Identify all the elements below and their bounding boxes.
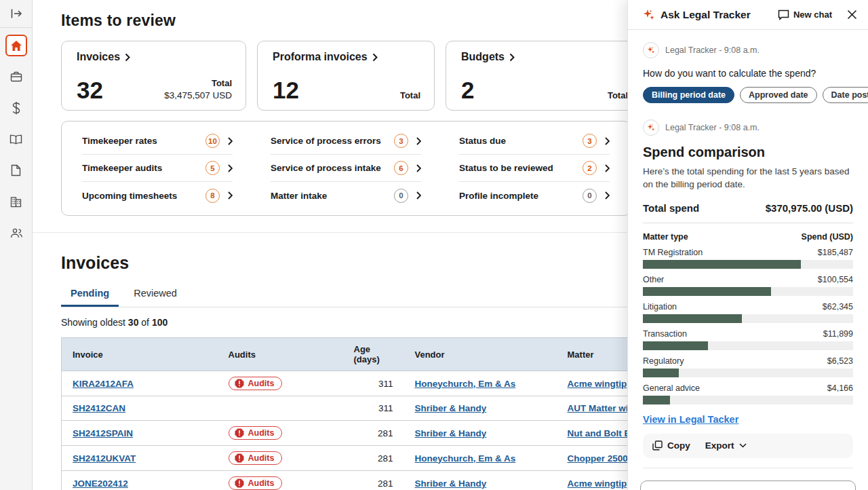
spend-usd-header: Spend (USD) <box>802 232 853 242</box>
invoice-link[interactable]: SH2412CAN <box>73 403 125 413</box>
sidebar-item-people[interactable] <box>5 222 27 244</box>
bar-label: Litigation <box>643 302 677 312</box>
bar-item: Transaction $11,899 <box>643 329 853 350</box>
card-title-label: Invoices <box>77 51 120 63</box>
review-item-sop-errors[interactable]: Service of process errors 3 <box>271 128 421 155</box>
bar-track <box>643 287 853 296</box>
chevron-right-icon <box>372 53 378 62</box>
vendor-link[interactable]: Shriber & Handy <box>415 428 487 438</box>
matter-link[interactable]: Nut and Bolt B <box>568 428 631 438</box>
audits-badge[interactable]: Audits <box>229 451 283 465</box>
sidebar-item-documents[interactable] <box>5 159 27 181</box>
chevron-right-icon <box>416 137 421 145</box>
new-chat-button[interactable]: New chat <box>778 10 832 20</box>
review-item-status-to-be-reviewed[interactable]: Status to be reviewed 2 <box>459 155 610 182</box>
home-icon <box>10 40 22 52</box>
review-item-matter-intake[interactable]: Matter intake 0 <box>271 182 421 209</box>
view-in-legal-tracker-link[interactable]: View in Legal Tacker <box>643 414 738 425</box>
card-total-label: Total <box>400 90 420 102</box>
invoice-link[interactable]: SH2412SPAIN <box>73 428 133 438</box>
chevron-right-icon <box>125 53 130 62</box>
vendor-link[interactable]: Honeychurch, Em & As <box>415 453 516 464</box>
review-items-box: Timekeeper rates 10 Timekeeper audits 5 … <box>61 121 631 216</box>
alert-octagon-icon <box>235 453 244 463</box>
vendor-link[interactable]: Shriber & Handy <box>415 478 487 489</box>
card-total-value: $3,475,507 USD <box>164 90 232 102</box>
pill-billing-period-date[interactable]: Billing period date <box>643 87 734 103</box>
copy-button[interactable]: Copy <box>652 440 690 451</box>
invoice-link[interactable]: JONE202412 <box>73 478 128 489</box>
spend-bar-fill <box>643 314 742 323</box>
matter-link[interactable]: Acme wingtip <box>568 379 627 389</box>
matter-link[interactable]: Acme wingtip <box>568 478 627 489</box>
message-meta: Legal Tracker - 9:08 a.m. <box>643 42 853 58</box>
message-meta: Legal Tracker - 9:08 a.m. <box>643 119 853 136</box>
chevron-right-icon <box>605 164 610 172</box>
card-proforma-invoices[interactable]: Proforma invoices 12 Total <box>257 41 435 111</box>
bar-track <box>643 369 853 377</box>
review-item-timekeeper-rates[interactable]: Timekeeper rates 10 <box>82 128 233 155</box>
panel-divider <box>643 468 853 468</box>
count-badge: 0 <box>583 189 597 203</box>
document-icon <box>11 164 21 176</box>
vendor-link[interactable]: Shriber & Handy <box>415 403 487 413</box>
total-spend-row: Total spend $370,975.00 (USD) <box>643 202 853 223</box>
review-item-profile-incomplete[interactable]: Profile incomplete 0 <box>459 182 610 209</box>
sidebar-item-spend[interactable] <box>5 97 27 119</box>
chat-bubble-icon <box>778 10 789 20</box>
matter-link[interactable]: AUT Matter wit <box>568 403 632 413</box>
bar-label: TM Registration <box>643 248 703 257</box>
review-column: Service of process errors 3 Service of p… <box>271 128 421 209</box>
column-header-audits[interactable]: Audits <box>218 338 343 371</box>
chat-input[interactable] <box>640 480 856 490</box>
audits-badge[interactable]: Audits <box>229 476 283 490</box>
collapse-panel-icon[interactable] <box>5 3 27 24</box>
tab-pending[interactable]: Pending <box>61 284 119 307</box>
audits-badge[interactable]: Audits <box>229 377 283 390</box>
briefcase-icon <box>10 71 22 82</box>
bar-label: Regulatory <box>643 356 684 366</box>
count-badge: 8 <box>205 189 220 203</box>
audits-badge[interactable]: Audits <box>229 426 283 440</box>
bar-item: TM Registration $185,487 <box>643 248 853 269</box>
review-item-timekeeper-audits[interactable]: Timekeeper audits 5 <box>82 155 233 182</box>
sidebar-item-guides[interactable] <box>5 128 27 150</box>
assistant-question: How do you want to calculate the spend? <box>643 68 853 79</box>
bar-value: $185,487 <box>818 248 853 257</box>
tab-reviewed[interactable]: Reviewed <box>124 284 186 307</box>
panel-title: Ask Legal Tracker <box>660 9 772 21</box>
invoice-link[interactable]: KIRA2412AFA <box>73 379 134 389</box>
bar-item: Other $100,554 <box>643 275 853 296</box>
chevron-right-icon <box>605 137 610 145</box>
column-header-invoice[interactable]: Invoice <box>62 338 218 371</box>
pill-approved-date[interactable]: Approved date <box>740 87 817 103</box>
bar-value: $11,899 <box>823 329 853 339</box>
close-panel-button[interactable] <box>847 10 857 20</box>
column-header-vendor[interactable]: Vendor <box>404 338 557 371</box>
app-window: Items to review Invoices 32 Total $3,475… <box>0 0 868 490</box>
sidebar-item-home[interactable] <box>5 35 27 56</box>
matter-link[interactable]: Chopper 25000 <box>568 453 633 464</box>
sidebar-item-matters[interactable] <box>5 66 27 88</box>
review-item-status-due[interactable]: Status due 3 <box>459 128 610 155</box>
message-action-bar: Copy Export <box>643 434 853 458</box>
column-header-age[interactable]: Age (days) <box>343 338 404 371</box>
export-button[interactable]: Export <box>705 440 747 451</box>
assistant-avatar <box>643 42 659 58</box>
spend-bar-fill <box>643 369 679 377</box>
spend-bar-fill <box>643 341 708 350</box>
sparkle-icon <box>647 46 655 54</box>
chevron-right-icon <box>228 164 233 172</box>
review-item-upcoming-timesheets[interactable]: Upcoming timesheets 8 <box>82 182 233 209</box>
vendor-link[interactable]: Honeychurch, Em & As <box>415 379 516 389</box>
card-budgets[interactable]: Budgets 2 Total <box>446 41 642 111</box>
review-item-sop-intake[interactable]: Service of process intake 6 <box>271 155 421 182</box>
sidebar-item-company[interactable] <box>5 191 27 212</box>
close-icon <box>847 10 857 20</box>
card-invoices[interactable]: Invoices 32 Total $3,475,507 USD <box>61 41 246 111</box>
building-icon <box>10 196 22 208</box>
chat-body: Legal Tracker - 9:08 a.m. How do you wan… <box>628 30 868 468</box>
pill-date-posted[interactable]: Date posted <box>823 87 868 103</box>
chevron-right-icon <box>605 191 610 200</box>
invoice-link[interactable]: SH2412UKVAT <box>73 453 136 464</box>
